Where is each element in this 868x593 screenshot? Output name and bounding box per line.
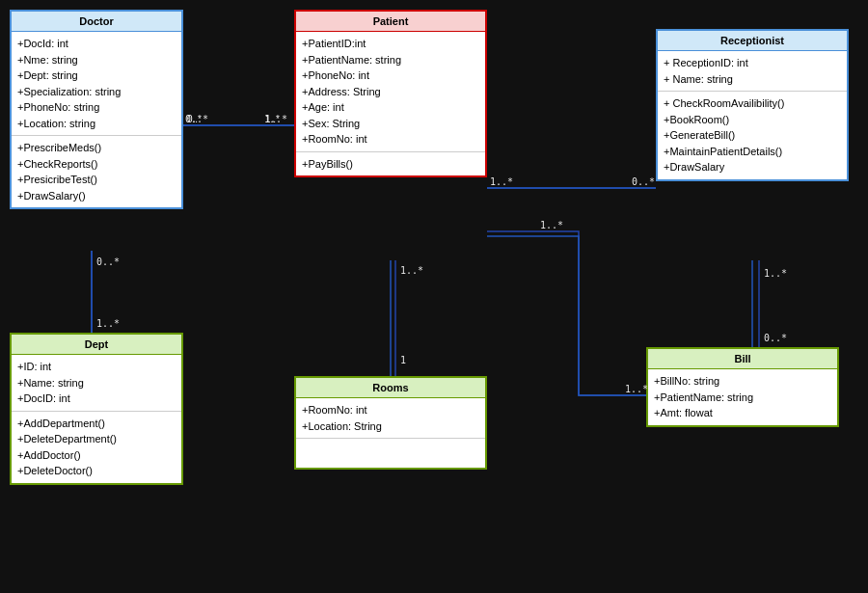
conn-label-7: 1..* [764,268,787,279]
dept-class: Dept +ID: int +Name: string +DocID: int … [10,333,183,485]
conn-label-4: 0..* [632,176,655,187]
bill-title: Bill [648,349,837,369]
rooms-methods [296,439,485,468]
rooms-title: Rooms [296,378,485,398]
rooms-class: Rooms +RoomNo: int +Location: String [294,376,487,470]
doctor-attributes: +DocId: int +Nme: string +Dept: string +… [12,32,181,136]
conn-label-1: 0..* [185,114,208,124]
conn-label-2: 1..* [264,114,287,124]
dept-title: Dept [12,335,181,355]
canvas: 0..* 1..* Doctor +DocId: int +Nme: strin… [0,0,868,593]
patient-attributes: +PatientID:int +PatientName: string +Pho… [296,32,485,152]
conn-label-3: 1..* [490,176,513,187]
doctor-methods: +PrescribeMeds() +CheckReports() +Presic… [12,136,181,207]
dept-methods: +AddDepartment() +DeleteDepartment() +Ad… [12,412,181,483]
doctor-title: Doctor [12,12,181,32]
bill-attributes: +BillNo: string +PatientName: string +Am… [648,369,837,425]
conn-label-12: 1..* [96,318,120,329]
patient-title: Patient [296,12,485,32]
conn-label-11: 0..* [96,256,120,267]
patient-methods: +PayBills() [296,152,485,176]
conn-label-10: 1..* [625,384,648,394]
doctor-class: Doctor +DocId: int +Nme: string +Dept: s… [10,10,183,209]
receptionist-attributes: + ReceptionID: int + Name: string [658,51,847,92]
receptionist-title: Receptionist [658,31,847,51]
receptionist-class: Receptionist + ReceptionID: int + Name: … [656,29,849,181]
conn-label-9: 1..* [540,220,563,230]
conn-label-6: 1 [400,355,406,365]
bill-class: Bill +BillNo: string +PatientName: strin… [646,347,839,427]
dept-attributes: +ID: int +Name: string +DocID: int [12,355,181,412]
receptionist-methods: + CheckRoomAvailibility() +BookRoom() +G… [658,92,847,179]
rooms-attributes: +RoomNo: int +Location: String [296,398,485,439]
conn-label-5: 1..* [400,265,423,276]
patient-class: Patient +PatientID:int +PatientName: str… [294,10,487,177]
conn-label-8: 0..* [764,333,787,343]
